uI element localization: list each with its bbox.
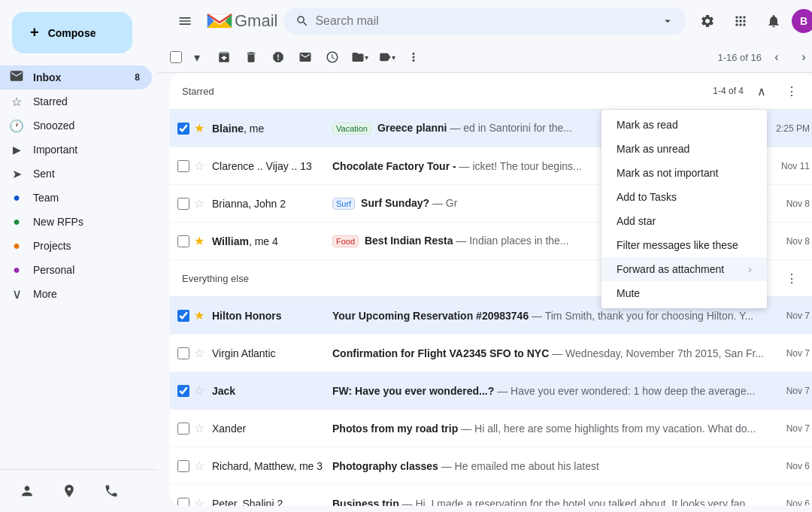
inbox-icon <box>9 68 24 86</box>
star-icon[interactable]: ☆ <box>194 496 209 506</box>
avatar[interactable]: B <box>792 9 812 33</box>
email-tag: Food <box>332 235 359 247</box>
snooze-btn[interactable] <box>320 45 344 69</box>
row-checkbox[interactable] <box>176 423 191 435</box>
row-checkbox[interactable] <box>176 160 191 172</box>
everything-more-btn[interactable]: ⋮ <box>780 266 804 290</box>
context-menu-forward-attachment[interactable]: Forward as attachment › <box>601 257 767 281</box>
sidebar-contacts-icon[interactable] <box>12 476 42 506</box>
star-icon[interactable]: ☆ <box>194 346 209 360</box>
sidebar-item-label: Important <box>33 144 140 156</box>
sender-name: Blaine, me <box>212 123 332 135</box>
hamburger-menu-icon[interactable] <box>170 6 200 36</box>
sender-name: William, me 4 <box>212 235 332 247</box>
star-icon[interactable]: ☆ <box>194 159 209 173</box>
table-row[interactable]: ☆ Jack FW: Have you ever wondered...? — … <box>170 372 812 410</box>
everything-else-label: Everything else <box>182 273 249 284</box>
context-menu-add-star[interactable]: Add star <box>601 209 767 233</box>
email-toolbar: ▾ ▾ <box>158 42 812 73</box>
sidebar-item-inbox[interactable]: Inbox 8 <box>0 65 152 89</box>
star-icon[interactable]: ☆ <box>194 383 209 398</box>
email-time: Nov 7 <box>765 348 810 359</box>
sidebar-phone-icon[interactable] <box>96 476 126 506</box>
search-input[interactable] <box>315 14 655 28</box>
star-icon[interactable]: ☆ <box>194 196 209 211</box>
sender-name: Peter, Shalini 2 <box>212 498 332 507</box>
table-row[interactable]: ☆ Virgin Atlantic Confirmation for Fligh… <box>170 335 812 372</box>
row-checkbox[interactable] <box>176 460 191 472</box>
sidebar-item-important[interactable]: ▶ Important <box>0 138 152 162</box>
select-dropdown-btn[interactable]: ▾ <box>185 45 209 69</box>
sender-name: Xander <box>212 423 332 435</box>
report-spam-btn[interactable] <box>266 45 290 69</box>
sidebar-item-label: Snoozed <box>33 120 140 132</box>
star-icon[interactable]: ★ <box>194 308 209 323</box>
sidebar-item-label: Team <box>33 192 140 204</box>
more-actions-btn[interactable] <box>401 45 426 69</box>
context-menu-mark-read[interactable]: Mark as read <box>601 113 767 137</box>
prev-page-btn[interactable]: ‹ <box>765 45 789 69</box>
important-icon: ▶ <box>9 144 24 156</box>
email-time: Nov 7 <box>765 423 810 434</box>
sidebar-item-label: More <box>33 288 140 300</box>
table-row[interactable]: ☆ Peter, Shalini 2 Business trip — Hi, I… <box>170 485 812 506</box>
settings-icon[interactable] <box>692 6 723 36</box>
starred-more-btn[interactable]: ⋮ <box>780 79 804 103</box>
google-apps-icon[interactable] <box>726 6 756 36</box>
table-row[interactable]: ☆ Xander Photos from my road trip — Hi a… <box>170 410 812 447</box>
row-checkbox[interactable] <box>176 498 191 507</box>
sidebar-item-sent[interactable]: ➤ Sent <box>0 162 152 186</box>
sidebar-item-label: New RFPs <box>33 216 140 228</box>
pagination-info: 1-16 of 16 ‹ › <box>717 45 812 69</box>
star-icon[interactable]: ☆ <box>194 421 209 435</box>
context-menu-add-tasks[interactable]: Add to Tasks <box>601 185 767 209</box>
table-row[interactable]: ☆ Richard, Matthew, me 3 Photography cla… <box>170 447 812 485</box>
context-menu-mark-not-important[interactable]: Mark as not important <box>601 161 767 185</box>
sidebar-item-team[interactable]: ● Team <box>0 186 152 210</box>
sidebar-item-personal[interactable]: ● Personal <box>0 258 152 282</box>
context-menu-mark-unread[interactable]: Mark as unread <box>601 137 767 161</box>
delete-btn[interactable] <box>239 45 263 69</box>
row-checkbox[interactable] <box>176 198 191 210</box>
select-all-checkbox[interactable] <box>170 51 182 63</box>
sidebar-item-label: Inbox <box>33 71 126 83</box>
mark-read-btn[interactable] <box>293 45 317 69</box>
email-tag: Vacation <box>332 123 371 135</box>
compose-label: Compose <box>48 27 96 39</box>
row-checkbox[interactable] <box>176 123 191 135</box>
sidebar-item-projects[interactable]: ● Projects <box>0 234 152 258</box>
email-time: Nov 7 <box>765 386 810 396</box>
star-icon[interactable]: ☆ <box>194 459 209 473</box>
star-icon[interactable]: ★ <box>194 121 209 135</box>
sidebar-item-new-rfps[interactable]: ● New RFPs <box>0 210 152 234</box>
sidebar-item-starred[interactable]: ☆ Starred <box>0 89 152 114</box>
starred-expand-btn[interactable]: ∧ <box>750 79 774 103</box>
context-menu-filter-messages[interactable]: Filter messages like these <box>601 233 767 257</box>
label-btn[interactable]: ▾ <box>374 45 398 69</box>
forward-cursor-indicator: › <box>748 263 752 275</box>
row-checkbox[interactable] <box>176 385 191 397</box>
star-icon[interactable]: ★ <box>194 234 209 248</box>
sidebar-item-more[interactable]: ∨ More <box>0 282 152 306</box>
next-page-btn[interactable]: › <box>792 45 812 69</box>
snoozed-icon: 🕐 <box>9 119 24 133</box>
move-to-btn[interactable]: ▾ <box>347 45 371 69</box>
sidebar-item-snoozed[interactable]: 🕐 Snoozed <box>0 114 152 138</box>
sidebar-directory-icon[interactable] <box>54 476 84 506</box>
search-bar[interactable] <box>283 8 686 35</box>
team-label-icon: ● <box>9 191 24 204</box>
row-checkbox[interactable] <box>176 235 191 247</box>
context-menu-mute[interactable]: Mute <box>601 281 767 305</box>
topbar: Gmail B <box>158 0 812 42</box>
sender-name: Virgin Atlantic <box>212 347 332 359</box>
gmail-text: Gmail <box>235 11 277 31</box>
inbox-count: 8 <box>135 72 140 83</box>
row-checkbox[interactable] <box>176 347 191 359</box>
search-dropdown-icon[interactable] <box>661 14 674 29</box>
archive-btn[interactable] <box>212 45 236 69</box>
compose-button[interactable]: + Compose <box>12 12 132 53</box>
notifications-icon[interactable] <box>759 6 789 36</box>
email-subject: Business trip — Hi, I made a reservation… <box>332 498 765 507</box>
row-checkbox[interactable] <box>176 310 191 322</box>
email-time: 2:25 PM <box>765 123 810 134</box>
